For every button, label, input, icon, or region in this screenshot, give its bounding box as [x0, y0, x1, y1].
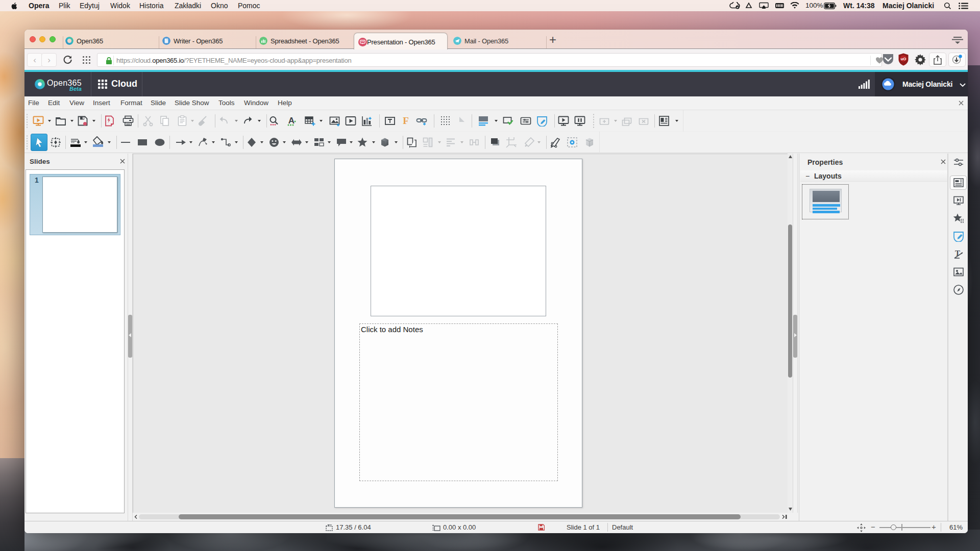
svg-text:A: A — [288, 116, 295, 126]
svg-text:F: F — [403, 115, 409, 126]
svg-text:uO: uO — [900, 57, 906, 61]
